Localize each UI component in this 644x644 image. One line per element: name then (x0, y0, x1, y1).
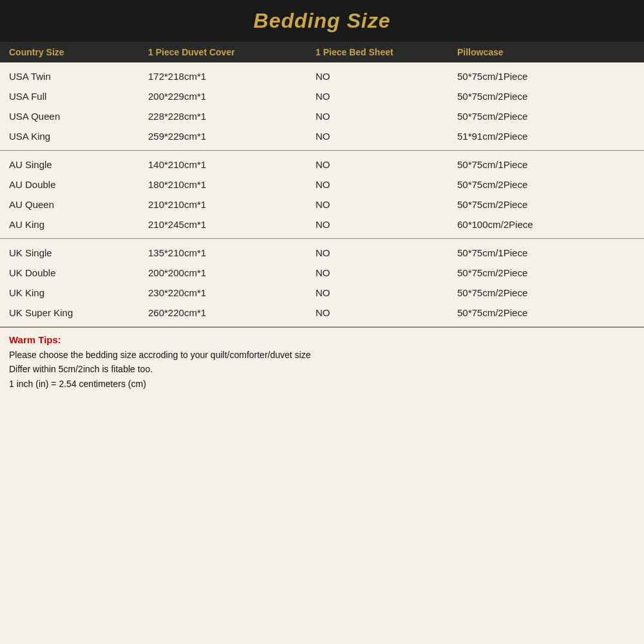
cell-sheet: NO (316, 247, 457, 258)
cell-sheet: NO (316, 179, 457, 190)
cell-duvet: 200*200cm*1 (148, 267, 316, 278)
table-row: UK Single135*210cm*1NO50*75cm/1Piece (0, 243, 644, 263)
section-uk: UK Single135*210cm*1NO50*75cm/1PieceUK D… (0, 239, 644, 327)
header: Bedding Size (0, 0, 644, 42)
cell-sheet: NO (316, 267, 457, 278)
table-row: USA Twin172*218cm*1NO50*75cm/1Piece (0, 66, 644, 86)
cell-size: USA Twin (6, 71, 148, 82)
cell-duvet: 140*210cm*1 (148, 159, 316, 170)
cell-size: USA Queen (6, 111, 148, 122)
table-row: USA Queen228*228cm*1NO50*75cm/2Piece (0, 106, 644, 126)
cell-pillow: 50*75cm/1Piece (457, 247, 644, 258)
cell-sheet: NO (316, 159, 457, 170)
cell-duvet: 230*220cm*1 (148, 287, 316, 298)
cell-size: UK Single (6, 247, 148, 258)
cell-duvet: 135*210cm*1 (148, 247, 316, 258)
cell-pillow: 50*75cm/2Piece (457, 307, 644, 318)
col-country-size: Country Size (6, 47, 148, 57)
table-row: UK Double200*200cm*1NO50*75cm/2Piece (0, 263, 644, 283)
col-bed-sheet: 1 Piece Bed Sheet (316, 47, 457, 57)
cell-duvet: 210*245cm*1 (148, 219, 316, 230)
cell-sheet: NO (316, 131, 457, 142)
cell-size: UK Super King (6, 307, 148, 318)
cell-sheet: NO (316, 71, 457, 82)
cell-pillow: 51*91cm/2Piece (457, 131, 644, 142)
cell-pillow: 50*75cm/2Piece (457, 199, 644, 210)
cell-duvet: 180*210cm*1 (148, 179, 316, 190)
cell-duvet: 200*229cm*1 (148, 91, 316, 102)
cell-size: AU Double (6, 179, 148, 190)
cell-duvet: 210*210cm*1 (148, 199, 316, 210)
cell-sheet: NO (316, 287, 457, 298)
cell-duvet: 172*218cm*1 (148, 71, 316, 82)
warm-tips-line-0: Please choose the bedding size accroding… (9, 348, 635, 362)
cell-sheet: NO (316, 199, 457, 210)
table-row: AU King210*245cm*1NO60*100cm/2Piece (0, 214, 644, 234)
col-duvet-cover: 1 Piece Duvet Cover (148, 47, 316, 57)
section-au: AU Single140*210cm*1NO50*75cm/1PieceAU D… (0, 151, 644, 239)
table-body: USA Twin172*218cm*1NO50*75cm/1PieceUSA F… (0, 62, 644, 327)
cell-sheet: NO (316, 219, 457, 230)
cell-size: AU King (6, 219, 148, 230)
cell-duvet: 259*229cm*1 (148, 131, 316, 142)
cell-duvet: 260*220cm*1 (148, 307, 316, 318)
cell-duvet: 228*228cm*1 (148, 111, 316, 122)
cell-pillow: 60*100cm/2Piece (457, 219, 644, 230)
cell-sheet: NO (316, 91, 457, 102)
cell-size: AU Queen (6, 199, 148, 210)
column-headers: Country Size 1 Piece Duvet Cover 1 Piece… (0, 42, 644, 62)
warm-tips-line-2: 1 inch (in) = 2.54 centimeters (cm) (9, 377, 635, 391)
cell-size: UK King (6, 287, 148, 298)
page: Bedding Size Country Size 1 Piece Duvet … (0, 0, 644, 644)
table-row: USA Full200*229cm*1NO50*75cm/2Piece (0, 86, 644, 106)
page-title: Bedding Size (254, 9, 391, 32)
col-pillowcase: Pillowcase (457, 47, 644, 57)
warm-tips-section: Warm Tips: Please choose the bedding siz… (0, 327, 644, 395)
table-row: AU Single140*210cm*1NO50*75cm/1Piece (0, 155, 644, 175)
warm-tips-line-1: Differ within 5cm/2inch is fitable too. (9, 362, 635, 376)
cell-pillow: 50*75cm/2Piece (457, 267, 644, 278)
cell-pillow: 50*75cm/1Piece (457, 159, 644, 170)
table-row: USA King259*229cm*1NO51*91cm/2Piece (0, 126, 644, 146)
warm-tips-lines: Please choose the bedding size accroding… (9, 348, 635, 391)
cell-size: USA Full (6, 91, 148, 102)
cell-size: UK Double (6, 267, 148, 278)
cell-pillow: 50*75cm/2Piece (457, 91, 644, 102)
cell-pillow: 50*75cm/2Piece (457, 111, 644, 122)
cell-pillow: 50*75cm/1Piece (457, 71, 644, 82)
cell-sheet: NO (316, 307, 457, 318)
cell-pillow: 50*75cm/2Piece (457, 287, 644, 298)
cell-pillow: 50*75cm/2Piece (457, 179, 644, 190)
cell-size: AU Single (6, 159, 148, 170)
cell-size: USA King (6, 131, 148, 142)
cell-sheet: NO (316, 111, 457, 122)
section-usa: USA Twin172*218cm*1NO50*75cm/1PieceUSA F… (0, 62, 644, 151)
warm-tips-label: Warm Tips: (9, 334, 635, 345)
table-row: UK King230*220cm*1NO50*75cm/2Piece (0, 283, 644, 303)
table-row: UK Super King260*220cm*1NO50*75cm/2Piece (0, 303, 644, 323)
table-row: AU Double180*210cm*1NO50*75cm/2Piece (0, 175, 644, 194)
table-row: AU Queen210*210cm*1NO50*75cm/2Piece (0, 194, 644, 214)
